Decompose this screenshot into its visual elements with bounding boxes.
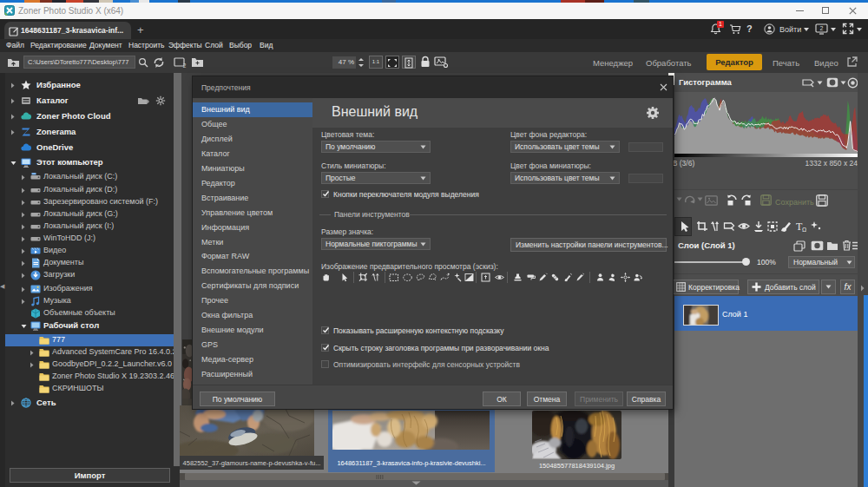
svg-text:2: 2 xyxy=(820,25,824,31)
svg-text:Ω: Ω xyxy=(802,227,806,233)
svg-text:2: 2 xyxy=(183,63,187,69)
